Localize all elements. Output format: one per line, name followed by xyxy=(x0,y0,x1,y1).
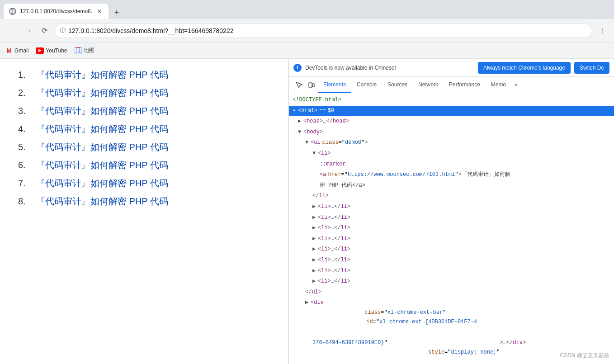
dom-li-collapsed-1[interactable]: ▶ <li>…</li> xyxy=(289,202,614,213)
tab-bar: 127.0.0.1:8020/divcss/demo8. ✕ + xyxy=(0,0,614,19)
bookmark-maps[interactable]: 地图 xyxy=(75,47,94,54)
dom-marker: ::marker xyxy=(289,159,614,170)
list-item: 5. 『代码审计』如何解密 PHP 代码 xyxy=(18,140,270,154)
dom-li-collapsed-2[interactable]: ▶ <li>…</li> xyxy=(289,213,614,223)
more-tabs-button[interactable]: » xyxy=(511,77,520,93)
url-bar[interactable]: ⓘ 127.0.0.1:8020/divcss/demo8.html?__hbt… xyxy=(54,24,592,38)
devtools-toolbar: Elements Console Sources Network Perform… xyxy=(289,77,614,93)
match-language-button[interactable]: Always match Chrome's language xyxy=(478,62,571,74)
back-button[interactable]: ← xyxy=(5,24,18,37)
tab-sources[interactable]: Sources xyxy=(382,77,413,93)
dom-li-collapsed-7[interactable]: ▶ <li>…</li> xyxy=(289,266,614,277)
inspect-element-button[interactable] xyxy=(293,79,305,91)
main-area: 1. 『代码审计』如何解密 PHP 代码 2. 『代码审计』如何解密 PHP 代… xyxy=(0,59,614,364)
tab-memory[interactable]: Memo xyxy=(486,77,511,93)
dom-li-collapsed-8[interactable]: ▶ <li>…</li> xyxy=(289,276,614,287)
device-toolbar-button[interactable] xyxy=(305,79,318,91)
list-item: 4. 『代码审计』如何解密 PHP 代码 xyxy=(18,122,270,136)
dom-div-ext[interactable]: ▶ <div class="xl-chrome-ext-bar" id="xl_… xyxy=(289,298,614,337)
security-icon: ⓘ xyxy=(60,27,66,34)
extensions-button[interactable]: ⋮ xyxy=(596,24,609,37)
bookmark-gmail[interactable]: M Gmail xyxy=(5,47,28,54)
new-tab-button[interactable]: + xyxy=(110,6,123,19)
list-item: 6. 『代码审计』如何解密 PHP 代码 xyxy=(18,158,270,172)
dom-a-tag[interactable]: <a href="https://www.moonsec.com/7103.ht… xyxy=(289,170,614,180)
dom-tree[interactable]: <!DOCTYPE html> ▾ <html> == $0 ▶ <head>…… xyxy=(289,93,614,364)
tab-elements[interactable]: Elements xyxy=(318,77,351,93)
list-item: 8. 『代码审计』如何解密 PHP 代码 xyxy=(18,194,270,208)
tab-network[interactable]: Network xyxy=(413,77,444,93)
tab-favicon xyxy=(9,8,16,15)
list-item-link[interactable]: 『代码审计』如何解密 PHP 代码 xyxy=(36,140,168,154)
dom-li-collapsed-3[interactable]: ▶ <li>…</li> xyxy=(289,223,614,234)
dom-li-collapsed-6[interactable]: ▶ <li>…</li> xyxy=(289,255,614,266)
tab-close-button[interactable]: ✕ xyxy=(96,8,103,15)
dom-body-open[interactable]: ▼ <body> xyxy=(289,127,614,138)
gmail-label: Gmail xyxy=(14,47,28,54)
info-icon: i xyxy=(293,64,302,72)
reload-button[interactable]: ⟳ xyxy=(38,24,51,37)
page-content: 1. 『代码审计』如何解密 PHP 代码 2. 『代码审计』如何解密 PHP 代… xyxy=(0,59,288,364)
active-tab[interactable]: 127.0.0.1:8020/divcss/demo8. ✕ xyxy=(4,4,109,19)
devtools-panel: i DevTools is now available in Chinese! … xyxy=(288,59,614,364)
maps-icon xyxy=(75,47,82,54)
csdn-watermark: CSDN @芝芝又茹枝 xyxy=(560,352,609,359)
list-item: 7. 『代码审计』如何解密 PHP 代码 xyxy=(18,176,270,190)
svg-rect-6 xyxy=(309,83,312,87)
dom-a-text: 密 PHP 代码</a> xyxy=(289,180,614,191)
dom-div-ext-continued: 376-B494-639E489D19ED} " style="display:… xyxy=(289,338,614,364)
tab-console[interactable]: Console xyxy=(351,77,382,93)
gmail-icon: M xyxy=(5,47,13,54)
notification-text: DevTools is now available in Chinese! xyxy=(305,65,474,71)
switch-button[interactable]: Switch De xyxy=(574,62,609,74)
list-item-link[interactable]: 『代码审计』如何解密 PHP 代码 xyxy=(36,194,168,208)
dom-li-collapsed-5[interactable]: ▶ <li>…</li> xyxy=(289,244,614,255)
dom-doctype: <!DOCTYPE html> xyxy=(289,95,614,106)
list-item-link[interactable]: 『代码审计』如何解密 PHP 代码 xyxy=(36,104,168,118)
devtools-notification: i DevTools is now available in Chinese! … xyxy=(289,59,614,77)
list-item: 3. 『代码审计』如何解密 PHP 代码 xyxy=(18,104,270,118)
tab-performance[interactable]: Performance xyxy=(444,77,486,93)
list-item-link[interactable]: 『代码审计』如何解密 PHP 代码 xyxy=(36,122,168,136)
dom-li-close[interactable]: </li> xyxy=(289,191,614,202)
dom-head[interactable]: ▶ <head>…</head> xyxy=(289,116,614,127)
list-item-link[interactable]: 『代码审计』如何解密 PHP 代码 xyxy=(36,86,168,99)
bookmarks-bar: M Gmail ▶ YouTube 地图 xyxy=(0,43,614,59)
bookmark-youtube[interactable]: ▶ YouTube xyxy=(36,47,67,54)
dom-li-open[interactable]: ▼ <li> xyxy=(289,148,614,159)
url-text: 127.0.0.1:8020/divcss/demo8.html?__hbt=1… xyxy=(68,27,586,34)
address-bar: ← → ⟳ ⓘ 127.0.0.1:8020/divcss/demo8.html… xyxy=(0,19,614,43)
dom-ul-close[interactable]: </ul> xyxy=(289,287,614,298)
dom-html-selected[interactable]: ▾ <html> == $0 xyxy=(289,106,614,117)
youtube-label: YouTube xyxy=(46,47,67,54)
list-item: 1. 『代码审计』如何解密 PHP 代码 xyxy=(18,68,270,81)
svg-rect-7 xyxy=(312,84,314,87)
list-item-link[interactable]: 『代码审计』如何解密 PHP 代码 xyxy=(36,158,168,172)
forward-button[interactable]: → xyxy=(22,24,34,37)
svg-marker-3 xyxy=(75,47,82,53)
dom-ul-open[interactable]: ▼ <ul class="demo8" > xyxy=(289,137,614,148)
dom-li-collapsed-4[interactable]: ▶ <li>…</li> xyxy=(289,234,614,245)
list-item-link[interactable]: 『代码审计』如何解密 PHP 代码 xyxy=(36,68,168,81)
browser-frame: 127.0.0.1:8020/divcss/demo8. ✕ + ← → ⟳ ⓘ… xyxy=(0,0,614,364)
maps-label: 地图 xyxy=(84,47,94,54)
youtube-icon: ▶ xyxy=(36,47,44,54)
tab-title: 127.0.0.1:8020/divcss/demo8. xyxy=(20,8,92,14)
page-list: 1. 『代码审计』如何解密 PHP 代码 2. 『代码审计』如何解密 PHP 代… xyxy=(18,68,270,208)
list-item: 2. 『代码审计』如何解密 PHP 代码 xyxy=(18,86,270,99)
list-item-link[interactable]: 『代码审计』如何解密 PHP 代码 xyxy=(36,176,168,190)
